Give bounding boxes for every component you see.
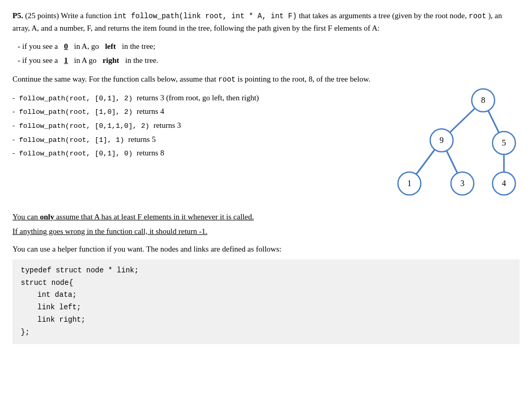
rule2-key: 1 <box>64 54 68 68</box>
example-result: returns 3 (from root, go left, then righ… <box>135 91 259 104</box>
example-line: -follow_path(root, [0,1], 2) returns 3 (… <box>12 91 374 105</box>
code-line-6: }; <box>21 326 511 339</box>
rule1-key: 0 <box>64 40 68 54</box>
example-code: follow_path(root, [0,1,1,0], 2) <box>19 120 150 133</box>
example-line: -follow_path(root, [1,0], 2) returns 4 <box>12 104 374 119</box>
example-dash: - <box>12 92 15 104</box>
example-code: follow_path(root, [0,1], 0) <box>19 148 133 160</box>
assumption-rest: assume that A has at least F elements in… <box>54 213 254 221</box>
svg-text:5: 5 <box>502 138 506 147</box>
example-line: -follow_path(root, [1], 1) returns 5 <box>12 133 374 147</box>
rule-1: - if you see a 0 in A, go left in the tr… <box>18 40 520 54</box>
example-result: returns 4 <box>135 104 164 118</box>
assumption-you-can: You can <box>12 213 40 221</box>
svg-text:3: 3 <box>460 179 464 188</box>
code-line-4: link left; <box>37 301 511 314</box>
root-mono-1: root <box>469 12 486 20</box>
helper-text: You can use a helper function if you wan… <box>12 243 520 255</box>
tree-container: 895134 <box>374 86 520 205</box>
continue-text: Continue the same way. For the function … <box>12 75 216 83</box>
error-text: If anything goes wrong in the function c… <box>12 225 520 238</box>
continue-text2: is pointing to the root, 8, of the tree … <box>237 75 370 83</box>
root-ref-mono: root <box>218 75 236 84</box>
example-line: -follow_path(root, [0,1,1,0], 2) returns… <box>12 119 374 133</box>
problem-number: P5. <box>12 11 23 20</box>
example-line: -follow_path(root, [0,1], 0) returns 8 <box>12 146 374 160</box>
assumption-only: only <box>40 213 55 221</box>
example-dash: - <box>12 134 15 146</box>
rule1-mid: in A, go <box>74 40 99 54</box>
code-line-3: int data; <box>37 289 511 301</box>
svg-text:1: 1 <box>407 179 411 188</box>
helper-span: You can use a helper function if you wan… <box>12 245 282 253</box>
example-code: follow_path(root, [0,1], 2) <box>19 93 133 105</box>
code-line-2: struct node{ <box>21 277 511 290</box>
problem-intro: Write a function <box>61 11 112 20</box>
rule2-mid: in A go <box>74 54 96 68</box>
code-line-5: link right; <box>37 314 511 326</box>
examples-tree-container: -follow_path(root, [0,1], 2) returns 3 (… <box>12 91 520 205</box>
example-result: returns 8 <box>135 146 164 160</box>
examples-list: -follow_path(root, [0,1], 2) returns 3 (… <box>12 91 374 160</box>
problem-desc-after: that takes as arguments a tree (given by… <box>299 11 467 20</box>
rule1-prefix: - if you see a <box>18 40 58 54</box>
assumption-text: You can only assume that A has at least … <box>12 211 520 223</box>
example-dash: - <box>12 106 15 118</box>
error-span: If anything goes wrong in the function c… <box>12 227 207 235</box>
svg-text:9: 9 <box>440 136 444 145</box>
example-dash: - <box>12 147 15 160</box>
rule-2: - if you see a 1 in A go right in the tr… <box>18 54 520 68</box>
rule1-suffix: in the tree; <box>122 40 155 54</box>
rules-section: - if you see a 0 in A, go left in the tr… <box>18 40 520 68</box>
problem-points: (25 points) <box>25 11 59 20</box>
example-result: returns 5 <box>126 133 156 146</box>
rule2-suffix: in the tree. <box>125 54 158 68</box>
code-line-1: typedef struct node * link; <box>21 265 511 277</box>
example-code: follow_path(root, [1,0], 2) <box>19 106 133 119</box>
example-code: follow_path(root, [1], 1) <box>19 134 125 147</box>
rule2-prefix: - if you see a <box>18 54 58 68</box>
problem-header: P5. (25 points) Write a function int fol… <box>12 9 520 34</box>
rule2-dir: right <box>103 54 119 68</box>
rule1-dir: left <box>105 40 116 54</box>
code-block: typedef struct node * link; struct node{… <box>12 259 520 344</box>
problem-signature: int follow_path(link root, int * A, int … <box>114 12 297 20</box>
svg-text:4: 4 <box>502 179 506 188</box>
svg-text:8: 8 <box>481 96 485 104</box>
example-dash: - <box>12 120 15 132</box>
tree-svg: 895134 <box>374 86 520 205</box>
example-result: returns 3 <box>152 119 181 132</box>
continue-section: Continue the same way. For the function … <box>12 73 520 85</box>
